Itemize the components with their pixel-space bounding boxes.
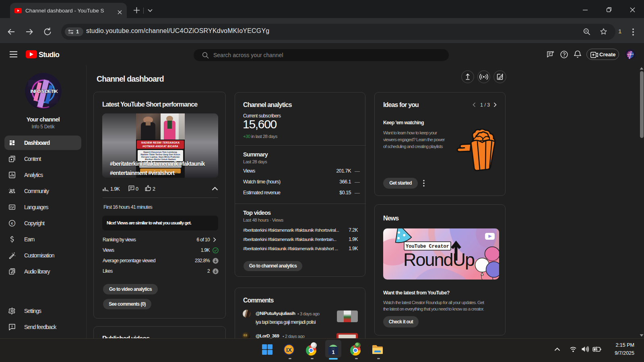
svg-text:IX: IX [286, 346, 292, 353]
svg-text:1: 1 [332, 349, 334, 355]
